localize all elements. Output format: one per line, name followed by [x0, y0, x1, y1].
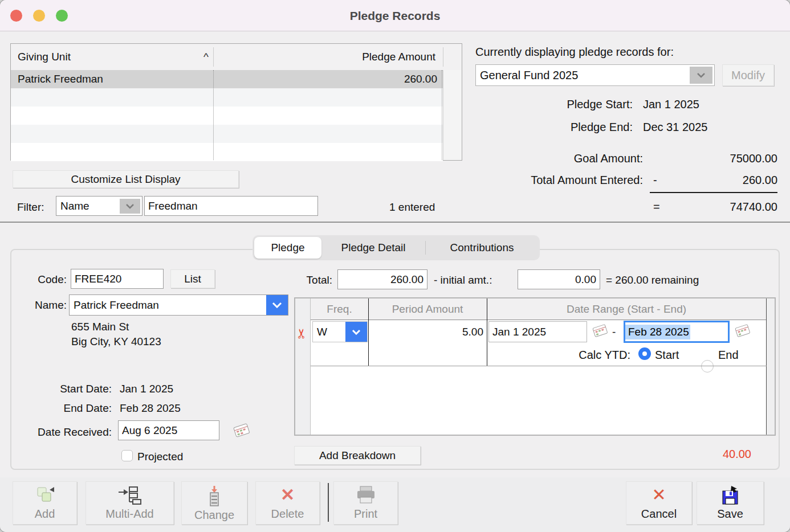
- tab-pledge[interactable]: Pledge: [254, 237, 321, 259]
- giving-unit-table: Giving Unit ^ Pledge Amount Patrick Free…: [10, 43, 462, 161]
- calendar-icon[interactable]: [233, 423, 251, 441]
- add-icon: [34, 485, 56, 508]
- remaining-text: = 260.00 remaining: [606, 274, 699, 287]
- total-amount-entered-value: 260.00: [743, 174, 777, 187]
- window-title: Pledge Records: [0, 0, 790, 31]
- pledge-start-value: Jan 1 2025: [643, 98, 699, 111]
- start-date-value: Jan 1 2025: [120, 383, 173, 395]
- fund-select[interactable]: General Fund 2025: [475, 64, 715, 86]
- minimize-window-icon[interactable]: [33, 10, 45, 22]
- end-date-label: End Date:: [17, 402, 112, 415]
- change-button[interactable]: Change: [181, 481, 247, 525]
- total-input[interactable]: [337, 269, 427, 289]
- projected-checkbox[interactable]: [121, 450, 133, 461]
- pledge-end-value: Dec 31 2025: [643, 121, 707, 134]
- tab-pledge-detail[interactable]: Pledge Detail: [321, 237, 425, 259]
- date-received-input[interactable]: [118, 420, 219, 440]
- fund-panel-heading: Currently displaying pledge records for:: [475, 46, 674, 59]
- calendar-icon[interactable]: [734, 324, 751, 341]
- tab-contributions[interactable]: Contributions: [426, 237, 538, 259]
- calc-ytd-end-radio[interactable]: [701, 360, 714, 373]
- pledge-end-label: Pledge End:: [571, 121, 633, 134]
- sort-ascending-icon: ^: [203, 51, 209, 63]
- fund-select-value: General Fund 2025: [476, 69, 690, 82]
- code-label: Code:: [17, 273, 67, 286]
- multi-add-button[interactable]: Multi-Add: [85, 481, 174, 525]
- minus-sign: -: [653, 174, 657, 187]
- delete-row-scissors-icon[interactable]: ✂: [294, 328, 310, 339]
- save-button[interactable]: Save: [697, 481, 764, 525]
- filter-field-select[interactable]: Name: [56, 196, 142, 216]
- date-range-start-input[interactable]: [488, 321, 587, 342]
- chevron-down-icon[interactable]: [345, 322, 367, 342]
- save-button-label: Save: [717, 508, 743, 519]
- table-row-empty[interactable]: [11, 88, 443, 107]
- column-header-giving-unit[interactable]: Giving Unit: [18, 51, 71, 63]
- total-label: Total:: [294, 274, 332, 287]
- table-row-selected[interactable]: Patrick Freedman 260.00: [11, 70, 443, 88]
- date-range-end-value: Feb 28 2025: [625, 325, 690, 339]
- print-button[interactable]: Print: [333, 481, 398, 525]
- column-rule: [368, 298, 369, 366]
- column-header-period-amount: Period Amount: [368, 303, 487, 316]
- title-bar: Pledge Records: [0, 0, 790, 31]
- giving-unit-table-header[interactable]: Giving Unit ^ Pledge Amount: [11, 44, 462, 71]
- remaining-amount-value: 74740.00: [730, 200, 777, 214]
- modify-button-label: Modify: [731, 69, 765, 82]
- date-range-end-input-focused[interactable]: Feb 28 2025: [624, 321, 730, 343]
- initial-amount-input[interactable]: [518, 269, 600, 289]
- close-window-icon[interactable]: [10, 10, 22, 22]
- goal-amount-label: Goal Amount:: [574, 152, 643, 165]
- modify-button[interactable]: Modify: [722, 64, 774, 86]
- save-disk-icon: [720, 485, 740, 508]
- start-date-label: Start Date:: [17, 383, 112, 395]
- column-header-pledge-amount[interactable]: Pledge Amount: [362, 51, 435, 63]
- cancel-x-icon: ✕: [651, 485, 666, 505]
- chevron-down-icon[interactable]: [120, 199, 140, 214]
- cancel-button[interactable]: ✕ Cancel: [626, 481, 692, 525]
- period-amount-value[interactable]: 5.00: [375, 326, 483, 338]
- name-select[interactable]: Patrick Freedman: [69, 294, 288, 316]
- add-breakdown-label: Add Breakdown: [319, 449, 396, 462]
- cell-pledge-amount: 260.00: [221, 73, 443, 85]
- customize-list-display-label: Customize List Display: [71, 173, 180, 186]
- name-label: Name:: [17, 299, 67, 312]
- calc-ytd-start-radio[interactable]: [638, 347, 651, 360]
- breakdown-table: Freq. Period Amount Date Range (Start - …: [294, 297, 776, 436]
- table-row-empty[interactable]: [11, 107, 443, 125]
- multi-add-button-label: Multi-Add: [105, 508, 153, 519]
- change-icon: [206, 485, 222, 509]
- equals-sign: =: [653, 200, 660, 214]
- zoom-window-icon[interactable]: [56, 10, 68, 22]
- change-button-label: Change: [194, 509, 234, 521]
- calc-ytd-start-label: Start: [655, 349, 679, 362]
- table-scrollbar[interactable]: [443, 70, 462, 160]
- goal-amount-value: 75000.00: [730, 152, 777, 165]
- add-breakdown-button[interactable]: Add Breakdown: [294, 446, 421, 465]
- frequency-value: W: [313, 326, 345, 338]
- table-row-empty[interactable]: [11, 143, 443, 161]
- delete-button[interactable]: ✕ Delete: [255, 481, 320, 525]
- entered-count: 1 entered: [389, 201, 435, 214]
- code-input[interactable]: [71, 269, 164, 289]
- customize-list-display-button[interactable]: Customize List Display: [13, 170, 239, 188]
- calc-ytd-label: Calc YTD:: [466, 349, 630, 362]
- range-separator: -: [612, 326, 616, 338]
- add-button[interactable]: Add: [13, 481, 77, 525]
- cell-giving-unit: Patrick Freedman: [11, 73, 221, 85]
- row-bottom-border: [311, 366, 767, 366]
- column-divider: [213, 47, 214, 67]
- delete-button-label: Delete: [271, 508, 304, 519]
- frequency-select[interactable]: W: [312, 321, 368, 342]
- name-select-value: Patrick Freedman: [70, 299, 266, 312]
- end-date-value: Feb 28 2025: [120, 402, 181, 415]
- pledge-records-window: Pledge Records Giving Unit ^ Pledge Amou…: [0, 0, 790, 532]
- date-received-label: Date Received:: [17, 426, 112, 439]
- table-row-empty[interactable]: [11, 125, 443, 143]
- calendar-icon[interactable]: [592, 324, 609, 341]
- filter-value-input[interactable]: [144, 196, 318, 216]
- calc-ytd-end-label: End: [718, 349, 739, 362]
- chevron-down-icon[interactable]: [690, 67, 712, 84]
- chevron-down-icon[interactable]: [266, 295, 288, 315]
- list-button[interactable]: List: [170, 269, 215, 288]
